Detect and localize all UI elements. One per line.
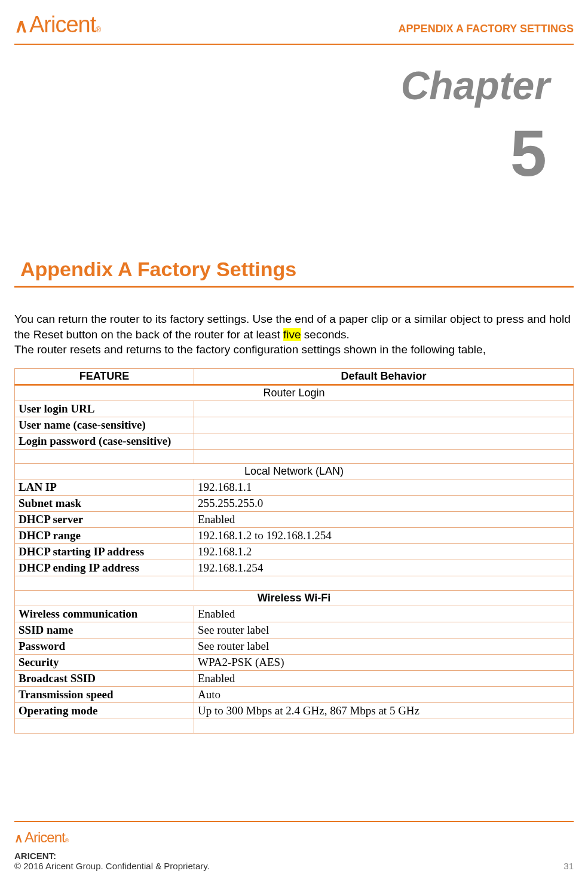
- section-cell: Router Login: [15, 384, 574, 401]
- value-cell: [194, 401, 574, 417]
- table-section-wifi: Wireless Wi-Fi: [15, 590, 574, 606]
- intro-text-3: The router resets and returns to the fac…: [14, 343, 486, 356]
- col-default: Default Behavior: [194, 368, 574, 384]
- section-cell: Wireless Wi-Fi: [15, 590, 574, 606]
- value-cell: Up to 300 Mbps at 2.4 GHz, 867 Mbps at 5…: [194, 702, 574, 719]
- feature-cell: DHCP ending IP address: [15, 560, 194, 576]
- table-row: SecurityWPA2-PSK (AES): [15, 654, 574, 670]
- value-cell: [194, 449, 574, 463]
- value-cell: 192.168.1.1: [194, 479, 574, 495]
- section-cell: Local Network (LAN): [15, 463, 574, 479]
- value-cell: Auto: [194, 686, 574, 702]
- logo-caret-icon: ∧: [14, 14, 28, 37]
- feature-cell: Wireless communication: [15, 606, 194, 622]
- table-row: DHCP serverEnabled: [15, 511, 574, 527]
- logo-text: Aricent: [29, 12, 96, 38]
- logo-caret-icon: ∧: [14, 831, 23, 845]
- feature-cell: DHCP server: [15, 511, 194, 527]
- logo-text-footer: Aricent: [24, 829, 65, 846]
- value-cell: [194, 719, 574, 733]
- footer-row: ARICENT: © 2016 Aricent Group. Confident…: [14, 851, 574, 871]
- page-header: ∧ Aricent ® APPENDIX A FACTORY SETTINGS: [14, 12, 574, 38]
- table-row: DHCP ending IP address192.168.1.254: [15, 560, 574, 576]
- table-header-row: FEATURE Default Behavior: [15, 368, 574, 384]
- value-cell: [194, 417, 574, 433]
- table-row: [15, 576, 574, 590]
- table-section-lan: Local Network (LAN): [15, 463, 574, 479]
- feature-cell: DHCP range: [15, 527, 194, 543]
- table-row: Login password (case-sensitive): [15, 433, 574, 449]
- header-rule: [14, 44, 574, 45]
- value-cell: WPA2-PSK (AES): [194, 654, 574, 670]
- feature-cell: SSID name: [15, 622, 194, 638]
- feature-cell: Broadcast SSID: [15, 670, 194, 686]
- value-cell: See router label: [194, 638, 574, 654]
- section-title: Appendix A Factory Settings: [20, 258, 574, 281]
- chapter-number: 5: [14, 120, 547, 186]
- table-row: LAN IP192.168.1.1: [15, 479, 574, 495]
- feature-cell: Login password (case-sensitive): [15, 433, 194, 449]
- feature-cell: [15, 576, 194, 590]
- table-row: Operating modeUp to 300 Mbps at 2.4 GHz,…: [15, 702, 574, 719]
- table-row: User login URL: [15, 401, 574, 417]
- value-cell: 192.168.1.2 to 192.168.1.254: [194, 527, 574, 543]
- appendix-header-label: APPENDIX A FACTORY SETTINGS: [399, 23, 574, 35]
- table-row: DHCP starting IP address192.168.1.2: [15, 543, 574, 560]
- feature-cell: Transmission speed: [15, 686, 194, 702]
- footer-aricent-label: ARICENT:: [14, 851, 56, 861]
- value-cell: Enabled: [194, 606, 574, 622]
- feature-cell: Subnet mask: [15, 495, 194, 511]
- table-row: Wireless communicationEnabled: [15, 606, 574, 622]
- value-cell: Enabled: [194, 511, 574, 527]
- table-row: Broadcast SSIDEnabled: [15, 670, 574, 686]
- table-row: PasswordSee router label: [15, 638, 574, 654]
- intro-text-2: seconds.: [301, 328, 350, 341]
- value-cell: Enabled: [194, 670, 574, 686]
- table-row: [15, 719, 574, 733]
- footer-rule: [14, 821, 574, 822]
- feature-cell: Security: [15, 654, 194, 670]
- feature-cell: [15, 449, 194, 463]
- page-number: 31: [564, 861, 574, 871]
- feature-cell: LAN IP: [15, 479, 194, 495]
- value-cell: [194, 576, 574, 590]
- table-row: DHCP range192.168.1.2 to 192.168.1.254: [15, 527, 574, 543]
- logo-top: ∧ Aricent ®: [14, 12, 101, 38]
- feature-cell: User name (case-sensitive): [15, 417, 194, 433]
- table-row: [15, 449, 574, 463]
- table-row: Transmission speedAuto: [15, 686, 574, 702]
- feature-cell: Password: [15, 638, 194, 654]
- feature-cell: Operating mode: [15, 702, 194, 719]
- table-section-router-login: Router Login: [15, 384, 574, 401]
- table-row: SSID nameSee router label: [15, 622, 574, 638]
- factory-settings-table: FEATURE Default Behavior Router Login Us…: [14, 368, 574, 734]
- footer-copyright: © 2016 Aricent Group. Confidential & Pro…: [14, 861, 210, 871]
- registered-icon: ®: [65, 838, 69, 844]
- value-cell: See router label: [194, 622, 574, 638]
- table-row: User name (case-sensitive): [15, 417, 574, 433]
- highlight-five: five: [283, 328, 301, 341]
- feature-cell: User login URL: [15, 401, 194, 417]
- logo-footer: ∧ Aricent ®: [14, 829, 574, 846]
- value-cell: 255.255.255.0: [194, 495, 574, 511]
- value-cell: [194, 433, 574, 449]
- table-row: Subnet mask255.255.255.0: [15, 495, 574, 511]
- intro-paragraph: You can return the router to its factory…: [14, 311, 574, 358]
- feature-cell: DHCP starting IP address: [15, 543, 194, 560]
- chapter-label: Chapter: [14, 63, 550, 108]
- feature-cell: [15, 719, 194, 733]
- section-rule: [14, 286, 574, 288]
- col-feature: FEATURE: [15, 368, 194, 384]
- value-cell: 192.168.1.254: [194, 560, 574, 576]
- value-cell: 192.168.1.2: [194, 543, 574, 560]
- footer-left: ARICENT: © 2016 Aricent Group. Confident…: [14, 851, 210, 871]
- registered-icon: ®: [96, 26, 101, 34]
- page-footer: ∧ Aricent ® ARICENT: © 2016 Aricent Grou…: [14, 821, 574, 871]
